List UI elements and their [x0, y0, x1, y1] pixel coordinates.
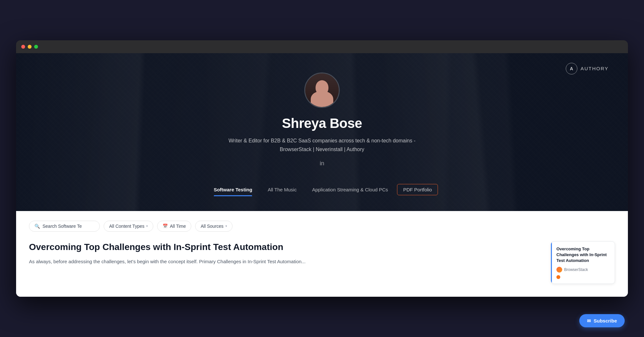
article-card-title: Overcoming Top Challenges with In-Sprint… — [556, 246, 610, 264]
tabs-section: Software Testing All The Music Applicati… — [23, 177, 621, 196]
maximize-button[interactable] — [34, 45, 38, 49]
browser-chrome — [16, 40, 628, 53]
orange-dot-indicator — [556, 275, 560, 279]
content-type-label: All Content Types — [109, 224, 144, 229]
sources-chevron-icon: ▾ — [225, 224, 227, 228]
close-button[interactable] — [21, 45, 25, 49]
article-card-inner: Overcoming Top Challenges with In-Sprint… — [551, 242, 615, 284]
articles-wrapper: Overcoming Top Challenges with In-Sprint… — [29, 241, 615, 284]
article-card-source: BrowserStack — [556, 267, 610, 273]
time-filter-dropdown[interactable]: 📅 All Time — [157, 221, 191, 232]
chevron-down-icon: ▾ — [146, 224, 148, 228]
article-card-body: Overcoming Top Challenges with In-Sprint… — [552, 242, 615, 284]
tab-software-testing[interactable]: Software Testing — [206, 183, 260, 196]
sources-label: All Sources — [201, 224, 223, 229]
authory-logo-text: AUTHORY — [581, 66, 609, 71]
article-title: Overcoming Top Challenges with In-Sprint… — [29, 241, 541, 253]
authory-letter: A — [570, 66, 573, 71]
author-bio: Writer & Editor for B2B & B2C SaaS compa… — [209, 136, 435, 154]
tab-application-streaming[interactable]: Application Streaming & Cloud PCs — [304, 183, 396, 196]
search-icon: 🔍 — [34, 224, 40, 229]
time-filter-label: All Time — [170, 224, 186, 229]
hero-section: A AUTHORY Shreya Bose Writer & Editor fo… — [16, 53, 628, 211]
article-main: Overcoming Top Challenges with In-Sprint… — [29, 241, 541, 266]
search-display-value: Search Software Te — [43, 224, 82, 229]
minimize-button[interactable] — [28, 45, 32, 49]
calendar-icon: 📅 — [163, 224, 168, 228]
article-card[interactable]: Overcoming Top Challenges with In-Sprint… — [551, 241, 615, 284]
page-content: A AUTHORY Shreya Bose Writer & Editor fo… — [16, 53, 628, 297]
content-area: 🔍 Search Software Te All Content Types ▾… — [16, 211, 628, 297]
email-icon: ✉ — [587, 318, 591, 323]
browserstack-logo — [556, 267, 562, 273]
sources-dropdown[interactable]: All Sources ▾ — [195, 221, 232, 232]
article-excerpt: As always, before addressing the challen… — [29, 257, 541, 266]
search-input-wrapper[interactable]: 🔍 Search Software Te — [29, 221, 100, 232]
linkedin-link[interactable]: in — [320, 160, 324, 167]
avatar-image — [305, 73, 339, 107]
browser-window: A AUTHORY Shreya Bose Writer & Editor fo… — [16, 40, 628, 297]
tab-pdf-portfolio[interactable]: PDF Portfolio — [397, 184, 438, 195]
hero-inner: Shreya Bose Writer & Editor for B2B & B2… — [23, 72, 621, 196]
tab-all-the-music[interactable]: All The Music — [260, 183, 304, 196]
subscribe-button[interactable]: ✉ Subscribe — [579, 314, 625, 327]
avatar — [304, 72, 340, 108]
content-type-dropdown[interactable]: All Content Types ▾ — [104, 221, 153, 232]
author-name: Shreya Bose — [23, 116, 621, 131]
source-name: BrowserStack — [564, 267, 588, 272]
subscribe-label: Subscribe — [593, 318, 617, 323]
filter-bar: 🔍 Search Software Te All Content Types ▾… — [29, 221, 615, 232]
